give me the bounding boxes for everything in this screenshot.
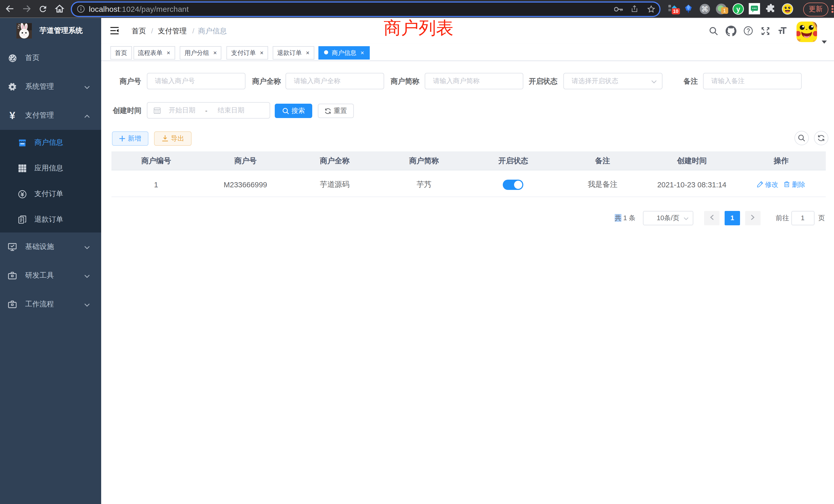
svg-text:⌘: ⌘ <box>701 5 708 13</box>
svg-text:y: y <box>736 5 740 13</box>
